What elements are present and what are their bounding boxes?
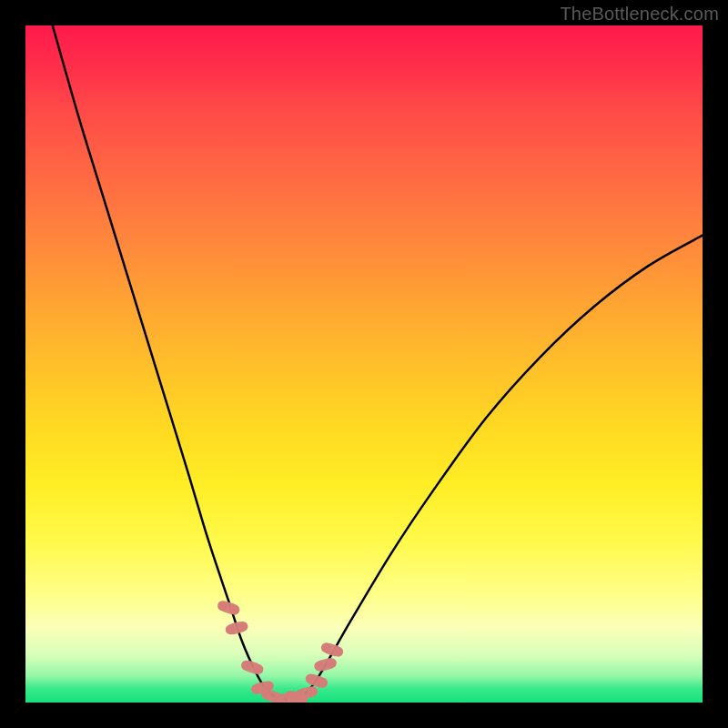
- chart-frame: TheBottleneck.com: [0, 0, 728, 728]
- bottleneck-curve: [53, 25, 703, 699]
- marker-point: [240, 659, 265, 675]
- attribution-text: TheBottleneck.com: [560, 4, 719, 25]
- marker-point: [294, 685, 318, 701]
- plot-area: [25, 25, 703, 703]
- curve-path: [53, 25, 703, 699]
- marker-point: [225, 621, 249, 636]
- marker-group: [217, 600, 345, 703]
- marker-point: [304, 672, 329, 689]
- marker-point: [313, 657, 338, 672]
- curve-layer: [25, 25, 703, 703]
